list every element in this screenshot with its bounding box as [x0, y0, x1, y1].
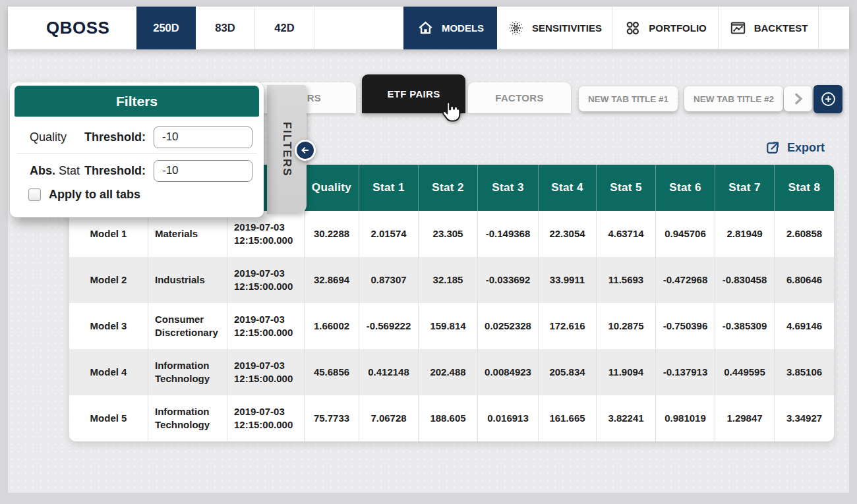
add-tab-button[interactable]	[813, 85, 842, 113]
cell-stat-8: 3.34927	[775, 395, 834, 441]
cell-stat-quality: 30.2288	[305, 211, 359, 257]
cell-stat-8: 3.85106	[775, 349, 834, 395]
tab-scroll-next-button[interactable]	[784, 86, 812, 111]
cell-stat-2: 188.605	[419, 395, 478, 441]
cell-model: Model 1	[69, 211, 148, 257]
date-line: 12:15:00.000	[234, 326, 293, 339]
cell-stat-1: 0.412148	[359, 349, 419, 395]
cell-model: Model 5	[69, 395, 148, 441]
date-line: 2019-07-03	[234, 313, 285, 326]
cell-stat-6: -0.137913	[656, 349, 715, 395]
date-line: 12:15:00.000	[234, 234, 293, 247]
abs-stat-threshold-input[interactable]	[154, 160, 252, 182]
nav-label: MODELS	[442, 22, 484, 34]
tab-label: FACTORS	[495, 92, 544, 103]
cell-stat-4: 33.9911	[539, 257, 597, 303]
app: QBOSS 250D83D42D MODELSSENSITIVITIESPORT…	[0, 0, 857, 504]
period-tab-42d[interactable]: 42D	[255, 7, 314, 49]
cell-stat-1: 0.87307	[359, 257, 419, 303]
cell-stat-quality: 75.7733	[305, 395, 359, 441]
tab-label: NEW TAB TITLE #2	[694, 94, 774, 104]
export-button[interactable]: Export	[763, 137, 825, 158]
quality-label: Quality	[30, 130, 84, 144]
cell-stat-quality: 45.6856	[305, 349, 359, 395]
quality-threshold-input[interactable]	[154, 126, 252, 148]
filters-drawer-label: FILTERS	[280, 122, 293, 177]
cell-stat-7: 0.449595	[715, 349, 775, 395]
cell-stat-7: -0.385309	[715, 303, 775, 349]
cell-date: 2019-07-0312:15:00.000	[227, 257, 305, 303]
portfolio-icon	[624, 19, 641, 37]
date-line: 2019-07-03	[234, 267, 285, 280]
apply-all-tabs-row: Apply to all tabs	[28, 188, 140, 202]
nav-models[interactable]: MODELS	[403, 7, 497, 49]
cell-stat-quality: 32.8694	[305, 257, 359, 303]
threshold-label-2: Threshold:	[84, 164, 154, 178]
date-line: 12:15:00.000	[234, 280, 293, 293]
date-line: 2019-07-03	[234, 221, 285, 234]
tab-etf-pairs[interactable]: ETF PAIRS	[362, 74, 465, 113]
cell-stat-1: 7.06728	[359, 395, 419, 441]
cell-stat-6: 0.981019	[656, 395, 715, 441]
cell-stat-3: 0.016913	[478, 395, 539, 441]
collapse-filters-button[interactable]	[295, 140, 316, 161]
cell-stat-5: 11.9094	[597, 349, 656, 395]
cell-stat-7: -0.830458	[715, 257, 775, 303]
nav-portfolio[interactable]: PORTFOLIO	[612, 7, 719, 49]
cell-stat-4: 22.3054	[539, 211, 597, 257]
period-tab-250d[interactable]: 250D	[136, 7, 196, 49]
cell-stat-1: -0.569222	[359, 303, 419, 349]
column-header-stat-2[interactable]: Stat 2	[419, 165, 478, 211]
nav-sensitivities[interactable]: SENSITIVITIES	[497, 7, 612, 49]
cell-model: Model 3	[69, 303, 148, 349]
nav-label: BACKTEST	[754, 22, 808, 34]
cell-stat-8: 4.69146	[775, 303, 834, 349]
export-label: Export	[787, 141, 825, 155]
tab-factors[interactable]: FACTORS	[468, 82, 571, 113]
cell-sector: Information Technology	[148, 349, 227, 395]
cell-stat-4: 205.834	[539, 349, 597, 395]
apply-all-tabs-checkbox[interactable]	[28, 188, 41, 201]
nav-label: PORTFOLIO	[649, 22, 707, 34]
abs-stat-threshold-row: Abs. Stat Threshold:	[10, 154, 264, 187]
period-tabs: 250D83D42D	[136, 7, 314, 49]
date-line: 12:15:00.000	[234, 418, 293, 432]
column-header-stat-3[interactable]: Stat 3	[478, 165, 539, 211]
period-tab-83d[interactable]: 83D	[196, 7, 255, 49]
plus-circle-icon	[819, 90, 837, 108]
column-header-stat-6[interactable]: Stat 6	[656, 165, 715, 211]
column-header-quality[interactable]: Quality	[305, 165, 359, 211]
tab-new-tab-2[interactable]: NEW TAB TITLE #2	[684, 86, 783, 111]
cell-model: Model 4	[69, 349, 148, 395]
cell-stat-5: 3.82241	[597, 395, 656, 441]
tab-new-tab-1[interactable]: NEW TAB TITLE #1	[579, 86, 678, 111]
cell-stat-5: 10.2875	[597, 303, 656, 349]
abs-stat-label-bold: Abs.	[30, 164, 55, 177]
cell-sector: Information Technology	[148, 395, 227, 441]
column-header-stat-1[interactable]: Stat 1	[359, 165, 419, 211]
date-line: 2019-07-03	[234, 359, 285, 372]
apply-all-tabs-label: Apply to all tabs	[49, 188, 140, 202]
cell-date: 2019-07-0312:15:00.000	[227, 211, 305, 257]
cell-sector: Materials	[148, 211, 227, 257]
nav-backtest[interactable]: BACKTEST	[719, 7, 819, 49]
quality-threshold-row: Quality Threshold:	[10, 121, 264, 154]
cell-stat-3: -0.149368	[478, 211, 539, 257]
cell-stat-2: 202.488	[419, 349, 478, 395]
date-line: 2019-07-03	[234, 405, 285, 418]
cell-sector: Industrials	[148, 257, 227, 303]
cell-stat-6: 0.945706	[656, 211, 715, 257]
column-header-stat-8[interactable]: Stat 8	[775, 165, 834, 211]
column-header-stat-7[interactable]: Stat 7	[715, 165, 775, 211]
abs-stat-label: Abs. Stat	[30, 164, 84, 178]
column-header-stat-5[interactable]: Stat 5	[597, 165, 656, 211]
column-header-stat-4[interactable]: Stat 4	[539, 165, 597, 211]
cell-stat-2: 32.185	[419, 257, 478, 303]
cell-stat-6: -0.472968	[656, 257, 715, 303]
tab-label: NEW TAB TITLE #1	[588, 94, 668, 104]
cell-stat-7: 2.81949	[715, 211, 775, 257]
backtest-icon	[729, 19, 747, 37]
cell-stat-2: 159.814	[419, 303, 478, 349]
cell-stat-3: -0.033692	[478, 257, 539, 303]
arrow-left-icon	[298, 143, 312, 157]
